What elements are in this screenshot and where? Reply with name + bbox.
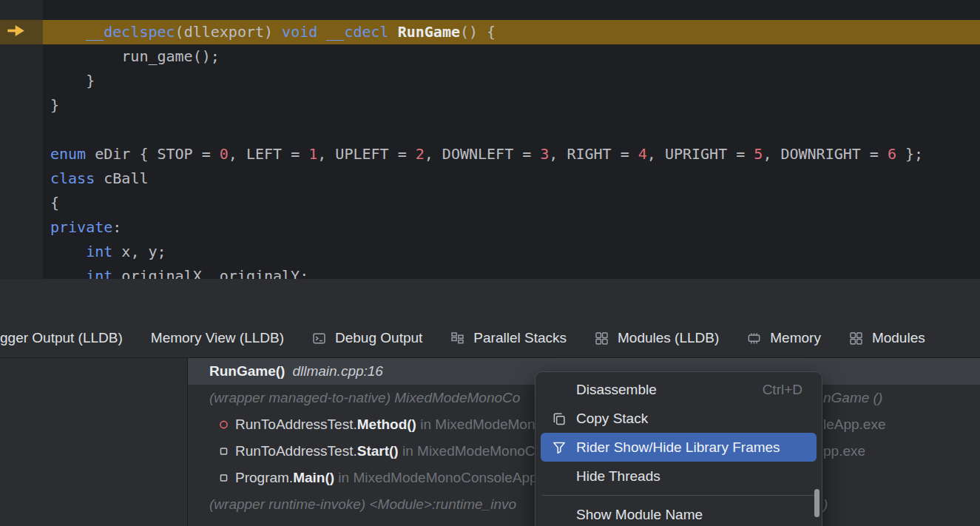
menu-item-copy-stack[interactable]: Copy Stack (535, 404, 822, 433)
menu-item-hide-threads[interactable]: Hide Threads (535, 462, 822, 490)
frame-tail-fragment: leApp.exe (823, 411, 886, 438)
debug-toolbar-band (0, 279, 980, 319)
frame-location: in MixedModeMonoConsoleApp (334, 470, 538, 486)
frame-location: in MixedModeMonoCon (399, 443, 551, 459)
frame-tail-fragment: pp.exe (823, 438, 865, 465)
tab-debug-output[interactable]: Debug Output (298, 319, 436, 357)
debug-tab-bar: gger Output (LLDB)Memory View (LLDB)Debu… (0, 319, 980, 357)
code-line[interactable]: run_game(); (43, 44, 980, 69)
tab-memory-view-lldb[interactable]: Memory View (LLDB) (137, 319, 298, 357)
tab-modules-lldb[interactable]: Modules (LLDB) (581, 319, 733, 357)
tab-label: Modules (872, 330, 925, 346)
code-line[interactable] (43, 118, 980, 142)
frame-square-icon (217, 445, 230, 458)
tab-label: Parallel Stacks (473, 330, 567, 346)
frame-method: Method() (357, 417, 416, 433)
execution-pointer-icon (6, 23, 28, 38)
execution-line[interactable]: __declspec(dllexport) void __cdecl RunGa… (43, 20, 980, 44)
tab-label: gger Output (LLDB) (0, 330, 123, 346)
menu-item-shortcut: Ctrl+D (763, 382, 802, 398)
frame-qualifier: RunToAddressTest. (235, 443, 357, 459)
tab-label: Modules (LLDB) (618, 330, 719, 346)
menu-separator (542, 495, 815, 496)
debug-content: RunGame() dllmain.cpp:16 (wrapper manage… (0, 357, 980, 526)
menu-item-label: Rider Show/Hide Library Frames (576, 439, 780, 456)
tab-parallel-stacks[interactable]: Parallel Stacks (436, 319, 581, 357)
menu-item-label: Disassemble (576, 382, 657, 398)
frame-qualifier: Program. (235, 470, 293, 486)
filter-icon (552, 440, 567, 455)
threads-panel (0, 358, 188, 526)
modules-icon (595, 331, 609, 345)
wrapper-frame-text: (wrapper runtime-invoke) <Module>:runtim… (209, 496, 516, 513)
tab-modules[interactable]: Modules (835, 319, 939, 357)
menu-item-label: Show Module Name (576, 507, 703, 523)
menu-item-show-module-name[interactable]: Show Module Name (535, 500, 822, 526)
terminal-icon (312, 331, 326, 345)
frames-context-menu: DisassembleCtrl+DCopy StackRider Show/Hi… (535, 371, 822, 526)
frame-location: dllmain.cpp:16 (292, 363, 383, 380)
tab-label: Memory View (LLDB) (151, 330, 284, 346)
tab-label: Memory (770, 330, 821, 346)
frame-square-icon (217, 472, 230, 485)
code-line[interactable]: int originalX, originalY; (43, 264, 980, 279)
wrapper-frame-text: (wrapper managed-to-native) MixedModeMon… (209, 390, 520, 406)
copy-icon (552, 411, 567, 426)
rider-debug-window: __declspec(dllexport) void __cdecl RunGa… (0, 0, 980, 526)
code-line[interactable]: class cBall (43, 166, 980, 191)
code-area[interactable]: __declspec(dllexport) void __cdecl RunGa… (43, 0, 980, 279)
tab-label: Debug Output (335, 330, 422, 346)
menu-item-rider-show-hide-library-frames[interactable]: Rider Show/Hide Library Frames (541, 433, 817, 462)
menu-item-label: Copy Stack (576, 411, 648, 427)
code-line[interactable]: } (43, 69, 980, 93)
frame-qualifier: RunToAddressTest. (235, 417, 357, 433)
breakpoint-circle-icon (217, 419, 230, 431)
memory-icon (747, 331, 761, 345)
frame-method: Start() (357, 443, 399, 459)
editor-gutter[interactable] (0, 0, 43, 279)
code-line[interactable]: { (43, 191, 980, 215)
frame-tail-fragment: ) (823, 491, 828, 518)
modules-icon (849, 331, 863, 345)
frame-tail-fragment: nGame () (823, 385, 882, 411)
menu-scrollbar-thumb[interactable] (814, 489, 820, 517)
code-line[interactable]: enum eDir { STOP = 0, LEFT = 1, UPLEFT =… (43, 142, 980, 166)
frame-method: Main() (293, 470, 334, 486)
parallel-stacks-icon (450, 331, 464, 345)
code-line[interactable]: private: (43, 215, 980, 240)
code-editor[interactable]: __declspec(dllexport) void __cdecl RunGa… (0, 0, 980, 279)
menu-item-disassemble[interactable]: DisassembleCtrl+D (535, 375, 822, 404)
code-line[interactable]: int x, y; (43, 240, 980, 264)
frame-location: in MixedModeMonoC (416, 417, 553, 433)
menu-item-label: Hide Threads (576, 468, 660, 485)
tab-memory[interactable]: Memory (733, 319, 835, 357)
code-line[interactable]: } (43, 93, 980, 118)
tab-debugger-output-lldb[interactable]: gger Output (LLDB) (0, 319, 137, 357)
debug-tool-window: gger Output (LLDB)Memory View (LLDB)Debu… (0, 279, 980, 526)
frame-method: RunGame() (209, 363, 285, 380)
